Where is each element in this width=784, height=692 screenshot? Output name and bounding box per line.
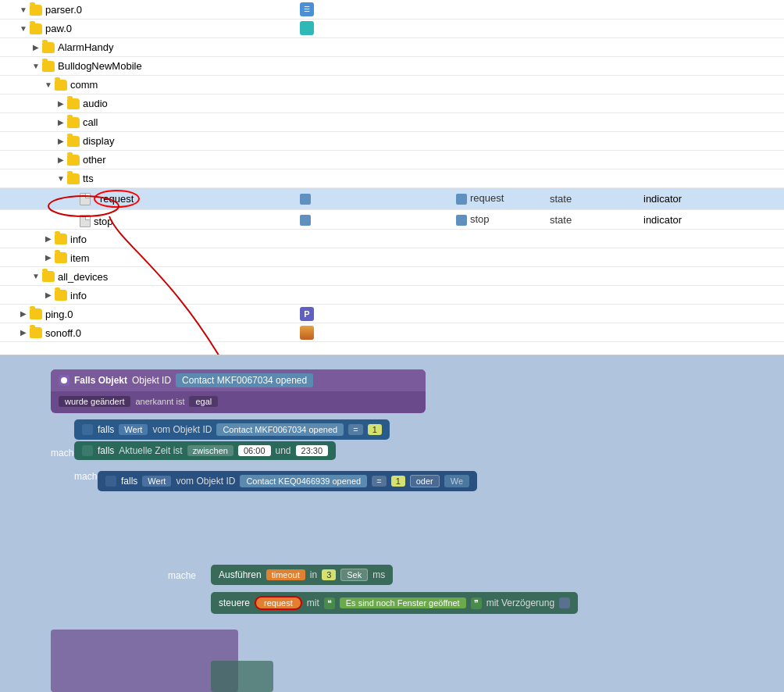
acknowledged-label: anerkannt ist [135, 397, 184, 406]
gear-icon-2 [82, 445, 93, 456]
expand-arrow-2[interactable]: ▶ [31, 43, 41, 52]
expand-arrow-4[interactable]: ▼ [44, 80, 53, 90]
tree-label-15[interactable]: info [70, 290, 87, 301]
expand-arrow-9[interactable]: ▼ [56, 174, 66, 184]
tree-cell-name-5[interactable]: ▶audio [0, 94, 297, 112]
tree-cell-name-14[interactable]: ▼all_devices [0, 267, 297, 286]
eq-label-1[interactable]: = [348, 424, 362, 435]
tree-cell-col3-2 [547, 37, 640, 56]
folder-icon-17 [30, 327, 42, 338]
tree-label-5[interactable]: audio [83, 98, 108, 109]
tree-cell-col4-12 [640, 230, 784, 248]
expand-arrow-5[interactable]: ▶ [56, 99, 66, 109]
expand-arrow-16[interactable]: ▶ [19, 309, 28, 319]
value-1[interactable]: 1 [368, 424, 382, 435]
obj-id-2[interactable]: Contact KEQ0466939 opened [240, 475, 367, 487]
request-pill[interactable]: request [255, 596, 302, 610]
tree-cell-col4-9 [640, 169, 784, 187]
tree-label-4[interactable]: comm [70, 79, 98, 91]
tree-cell-name-0[interactable]: ▼parser.0 [0, 0, 297, 19]
obj-id-1[interactable]: Contact MKF0067034 opened [216, 423, 344, 436]
expand-arrow-0[interactable]: ▼ [19, 5, 28, 15]
tree-cell-name-15[interactable]: ▶info [0, 286, 297, 305]
tree-cell-name-7[interactable]: ▶display [0, 131, 297, 150]
tree-cell-name-8[interactable]: ▶other [0, 150, 297, 169]
tree-cell-name-3[interactable]: ▼BulldogNewMobile [0, 56, 297, 75]
expand-arrow-3[interactable]: ▼ [31, 62, 41, 71]
tree-cell-col3-8 [547, 150, 640, 169]
tree-label-7[interactable]: display [83, 135, 114, 147]
tree-label-8[interactable]: other [83, 154, 106, 166]
folder-icon-12 [55, 234, 67, 244]
falls-block-1[interactable]: falls Wert vom Objekt ID Contact MKF0067… [74, 419, 390, 440]
tree-cell-name-9[interactable]: ▼tts [0, 169, 297, 187]
tree-cell-name-17[interactable]: ▶sonoff.0 [0, 323, 297, 342]
expand-arrow-8[interactable]: ▶ [56, 155, 66, 165]
expand-arrow-13[interactable]: ▶ [44, 253, 53, 262]
tree-cell-name-12[interactable]: ▶info [0, 230, 297, 248]
wert-pill-2[interactable]: Wert [142, 476, 171, 487]
tree-label-12[interactable]: info [70, 234, 87, 245]
tree-label-3[interactable]: BulldogNewMobile [58, 60, 142, 72]
string-value[interactable]: Es sind noch Fenster geöffnet [340, 597, 466, 608]
we-label[interactable]: We [444, 475, 469, 487]
timeout-block[interactable]: Ausführen timeout in 3 Sek ms [211, 565, 393, 585]
time2-pill[interactable]: 23:30 [296, 445, 329, 456]
tree-cell-status-6 [297, 112, 453, 131]
falls-block-2[interactable]: falls Wert vom Objekt ID Contact KEQ0466… [98, 471, 477, 491]
tree-label-9[interactable]: tts [83, 173, 94, 184]
falls-objekt-block[interactable]: Falls Objekt Objekt ID Contact MKF006703… [51, 369, 426, 413]
wurde-geandert-pill[interactable]: wurde geändert [59, 396, 130, 407]
tree-label-11[interactable]: stop [94, 216, 113, 227]
egal-pill[interactable]: egal [189, 396, 218, 407]
tree-cell-status-8 [297, 150, 453, 169]
tree-cell-name-11[interactable]: stop [0, 210, 297, 230]
tree-label-2[interactable]: AlarmHandy [58, 41, 114, 53]
tree-cell-name-13[interactable]: ▶item [0, 248, 297, 267]
tree-label-17[interactable]: sonoff.0 [45, 327, 81, 339]
zwischen-pill[interactable]: zwischen [187, 445, 233, 456]
timeout-value[interactable]: 3 [322, 569, 336, 580]
tree-cell-status-12 [297, 230, 453, 248]
expand-arrow-14[interactable]: ▼ [31, 272, 41, 281]
col2-icon-10 [456, 194, 467, 205]
value-2[interactable]: 1 [391, 476, 405, 487]
tree-cell-col2-10: request [453, 187, 547, 210]
sek-pill[interactable]: Sek [340, 569, 368, 581]
tree-cell-col3-5 [547, 94, 640, 112]
tree-label-16[interactable]: ping.0 [45, 309, 73, 320]
tree-label-6[interactable]: call [83, 116, 98, 128]
expand-arrow-17[interactable]: ▶ [19, 328, 28, 337]
tree-cell-col2-13 [453, 248, 547, 267]
wert-pill[interactable]: Wert [119, 424, 148, 435]
expand-arrow-12[interactable]: ▶ [44, 234, 53, 244]
falls-time-block[interactable]: falls Aktuelle Zeit ist zwischen 06:00 u… [74, 441, 336, 460]
expand-arrow-7[interactable]: ▶ [56, 137, 66, 146]
expand-arrow-1[interactable]: ▼ [19, 24, 28, 34]
tree-cell-col2-17 [453, 323, 547, 342]
time1-pill[interactable]: 06:00 [238, 445, 271, 456]
tree-label-10[interactable]: request [94, 190, 140, 208]
tree-cell-name-10[interactable]: request [0, 187, 297, 210]
steuere-block[interactable]: steuere request mit ❝ Es sind noch Fenst… [211, 592, 578, 614]
tree-cell-name-2[interactable]: ▶AlarmHandy [0, 37, 297, 56]
tree-label-0[interactable]: parser.0 [45, 4, 82, 16]
falls-label-3: falls [121, 476, 137, 487]
status-icon-checklist-0: ☰ [300, 2, 314, 16]
tree-cell-name-6[interactable]: ▶call [0, 112, 297, 131]
objekt-id-value[interactable]: Contact MKF0067034 opened [176, 373, 313, 387]
tree-cell-name-16[interactable]: ▶ping.0 [0, 305, 297, 323]
timeout-pill[interactable]: timeout [266, 569, 305, 580]
tree-panel: ▼parser.0☰▼paw.0▶AlarmHandy▼BulldogNewMo… [0, 0, 784, 355]
tree-cell-name-1[interactable]: ▼paw.0 [0, 19, 297, 37]
expand-arrow-6[interactable]: ▶ [56, 118, 66, 127]
tree-cell-name-4[interactable]: ▼comm [0, 75, 297, 94]
tree-label-14[interactable]: all_devices [58, 271, 108, 283]
expand-arrow-15[interactable]: ▶ [44, 291, 53, 300]
folder-icon-9 [67, 173, 80, 184]
delay-icon [559, 597, 570, 608]
tree-label-1[interactable]: paw.0 [45, 23, 72, 34]
oder-pill[interactable]: oder [410, 475, 440, 487]
tree-label-13[interactable]: item [70, 252, 90, 264]
eq-label-2[interactable]: = [372, 476, 386, 487]
